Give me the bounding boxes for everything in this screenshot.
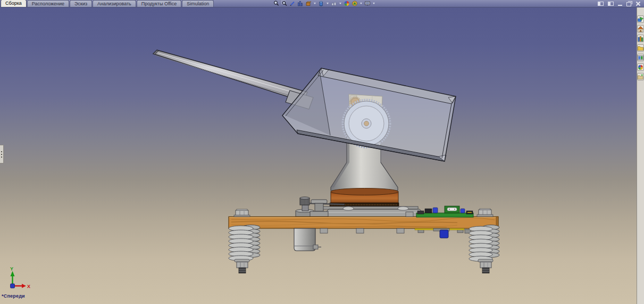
annotations-icon[interactable] — [331, 1, 337, 6]
dropdown-arrow-icon[interactable] — [327, 3, 329, 4]
model-barrel[interactable] — [153, 50, 313, 109]
tab-layout[interactable]: Расположение — [27, 0, 69, 7]
model-drive-motor[interactable] — [294, 228, 321, 251]
toggle-task-pane-icon[interactable] — [608, 2, 614, 6]
apply-scene-icon[interactable] — [352, 1, 358, 6]
solidworks-resources-icon[interactable] — [637, 15, 644, 23]
design-library-icon[interactable] — [637, 35, 644, 42]
tab-simulation[interactable]: Simulation — [182, 0, 214, 7]
appearances-scenes-icon[interactable] — [637, 63, 644, 71]
graphics-viewport[interactable]: Y X *Спереди — [0, 7, 644, 304]
custom-properties-icon[interactable] — [637, 73, 644, 80]
reference-triad: Y X — [10, 266, 30, 289]
assembly-visualization-icon[interactable] — [297, 1, 304, 6]
view-orientation-label: *Спереди — [2, 293, 25, 299]
view-settings-icon[interactable] — [364, 1, 371, 6]
close-icon[interactable] — [635, 1, 640, 6]
toggle-feature-pane-icon[interactable] — [598, 2, 604, 6]
insert-component-icon[interactable] — [305, 1, 312, 6]
tab-evaluate[interactable]: Анализировать — [93, 0, 136, 7]
component-cylinder-icon[interactable] — [318, 1, 324, 6]
triad-x-label: X — [27, 284, 30, 289]
minimize-icon[interactable] — [618, 5, 622, 6]
model-housing-box[interactable] — [282, 68, 456, 161]
model-canvas[interactable]: Y X — [0, 7, 644, 304]
titlebar: Сборка Расположение Эскиз Анализировать … — [0, 0, 644, 7]
tab-assembly[interactable]: Сборка — [1, 0, 27, 7]
dropdown-arrow-icon[interactable] — [373, 3, 375, 4]
tab-sketch[interactable]: Эскиз — [70, 0, 92, 7]
command-manager-tabs: Сборка Расположение Эскиз Анализировать … — [1, 0, 214, 7]
dropdown-arrow-icon[interactable] — [360, 3, 362, 4]
sketch-pencil-icon[interactable] — [289, 1, 296, 6]
task-pane — [637, 7, 644, 304]
zoom-to-fit-icon[interactable] — [273, 1, 280, 6]
dropdown-arrow-icon[interactable] — [339, 3, 341, 4]
zoom-to-area-icon[interactable] — [281, 1, 288, 6]
window-controls — [598, 0, 640, 7]
triad-y-label: Y — [10, 266, 13, 272]
restore-icon[interactable] — [626, 2, 631, 6]
file-explorer-icon[interactable] — [637, 44, 644, 52]
feature-pane-handle[interactable] — [0, 145, 4, 163]
edit-appearance-icon[interactable] — [344, 1, 350, 6]
quick-toolbar — [273, 0, 375, 7]
dropdown-arrow-icon[interactable] — [314, 3, 316, 4]
model-wooden-base[interactable] — [229, 217, 498, 228]
tab-office-products[interactable]: Продукты Office — [137, 0, 182, 7]
view-palette-icon[interactable] — [637, 54, 644, 61]
home-icon[interactable] — [637, 25, 644, 32]
